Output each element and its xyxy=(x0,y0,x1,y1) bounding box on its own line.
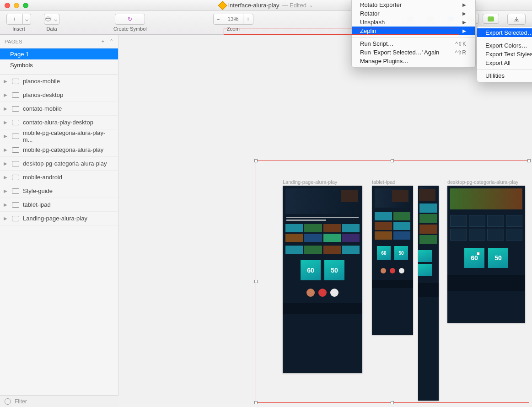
data-button[interactable] xyxy=(44,14,52,25)
disclosure-triangle-icon[interactable]: ▶ xyxy=(4,202,8,207)
symbol-icon: ↻ xyxy=(128,16,132,22)
left-sidebar: PAGES + ⌃ Page 1 Symbols ▶planos-mobile▶… xyxy=(0,35,118,407)
disclosure-triangle-icon[interactable]: ▶ xyxy=(4,175,8,180)
artboard-icon xyxy=(12,175,19,180)
pages-title: PAGES xyxy=(5,39,22,44)
plugins-menu: Rotato Exporter▶Rotator▶Unsplash▶ Zeplin… xyxy=(351,0,476,68)
layers-panel: ▶planos-mobile▶planos-desktop▶contato-mo… xyxy=(0,75,118,407)
create-symbol-button[interactable]: ↻ xyxy=(115,14,145,25)
pages-header: PAGES + ⌃ xyxy=(0,35,118,48)
zoom-value[interactable]: 13% xyxy=(223,14,243,25)
menu-item-export-selected[interactable]: Export Selected… ^⌘E xyxy=(477,28,532,37)
selection-handle-ml[interactable] xyxy=(254,280,258,283)
insert-button[interactable]: + xyxy=(6,14,23,25)
submenu-arrow-icon: ▶ xyxy=(462,28,466,33)
menu-item[interactable]: Export Colors… xyxy=(477,41,532,50)
shortcut-label: ^⇧K xyxy=(455,41,466,47)
artboard-landing[interactable]: 60 50 xyxy=(283,186,362,373)
disclosure-triangle-icon[interactable]: ▶ xyxy=(4,161,8,166)
sketch-file-icon xyxy=(218,1,227,10)
artboard-icon xyxy=(12,188,19,194)
artboard-icon xyxy=(12,134,19,139)
selection-handle-tl[interactable] xyxy=(254,159,258,162)
artboard-mobile[interactable] xyxy=(418,186,439,401)
menu-separator xyxy=(477,39,532,39)
filter-placeholder[interactable]: Filter xyxy=(15,398,27,405)
artboard-icon xyxy=(12,120,19,125)
artboard-label-2[interactable]: tablet-ipad xyxy=(372,179,395,185)
selection-handle-tc[interactable] xyxy=(391,159,394,162)
menu-item[interactable]: Export All▶ xyxy=(477,59,532,67)
zoom-window-button[interactable] xyxy=(23,3,28,8)
zoom-out-button[interactable]: − xyxy=(213,14,223,25)
disclosure-triangle-icon[interactable]: ▶ xyxy=(4,188,8,193)
layer-item[interactable]: ▶mobile-android xyxy=(0,171,118,184)
artboard-desktop-categoria[interactable]: 60 50 xyxy=(447,186,525,323)
artboard-tablet[interactable]: 60 50 xyxy=(372,186,413,335)
layer-label: tablet-ipad xyxy=(23,201,51,208)
layer-item[interactable]: ▶mobile-pg-categoria-alura-play xyxy=(0,143,118,157)
layer-item[interactable]: ▶planos-desktop xyxy=(0,88,118,102)
layer-item[interactable]: ▶tablet-ipad xyxy=(0,198,118,212)
disclosure-triangle-icon[interactable]: ▶ xyxy=(4,216,8,221)
create-symbol-label: Create Symbol xyxy=(113,26,147,32)
filter-scope-icon[interactable] xyxy=(5,398,11,405)
menu-item[interactable]: Run Script…^⇧K xyxy=(352,39,475,48)
menu-item-utilities[interactable]: Utilities ▶ xyxy=(477,71,532,80)
artboard-label-1[interactable]: Landing-page-alura-play xyxy=(283,179,337,185)
menu-separator xyxy=(352,37,475,37)
disclosure-triangle-icon[interactable]: ▶ xyxy=(4,134,8,139)
canvas[interactable]: Landing-page-alura-play tablet-ipad desk… xyxy=(118,35,532,407)
layer-label: contato-alura-play-desktop xyxy=(23,119,93,126)
layer-item[interactable]: ▶Landing-page-alura-play xyxy=(0,212,118,225)
disclosure-triangle-icon[interactable]: ▶ xyxy=(4,79,8,84)
selection-handle-mr[interactable] xyxy=(477,252,480,255)
chevron-down-icon: ⌄ xyxy=(309,3,313,8)
filter-bar: Filter xyxy=(0,395,118,407)
artboard-label-4[interactable]: desktop-pg-categoria-alura-play xyxy=(447,179,518,185)
disclosure-triangle-icon[interactable]: ▶ xyxy=(4,92,8,97)
menu-item-zeplin[interactable]: Zeplin ▶ xyxy=(352,27,475,35)
menu-item[interactable]: Rotator▶ xyxy=(352,9,475,18)
add-page-button[interactable]: + xyxy=(102,38,105,44)
layer-label: desktop-pg-categoria-alura-play xyxy=(23,160,107,167)
disclosure-triangle-icon[interactable]: ▶ xyxy=(4,147,8,152)
layer-item[interactable]: ▶planos-mobile xyxy=(0,75,118,88)
selection-handle-bc[interactable] xyxy=(391,401,394,404)
layer-item[interactable]: ▶contato-mobile xyxy=(0,102,118,116)
page-item-page1[interactable]: Page 1 xyxy=(0,48,118,59)
menu-item[interactable]: Manage Plugins… xyxy=(352,57,475,65)
selection-handle-bl[interactable] xyxy=(254,401,258,404)
zeplin-submenu: Export Selected… ^⌘E Export Colors…Expor… xyxy=(477,26,532,82)
close-window-button[interactable] xyxy=(5,3,10,8)
layer-item[interactable]: ▶contato-alura-play-desktop xyxy=(0,116,118,129)
submenu-arrow-icon: ▶ xyxy=(462,2,466,7)
artboard-icon xyxy=(12,92,19,98)
flatten-button[interactable] xyxy=(507,14,526,25)
collapse-pages-button[interactable]: ⌃ xyxy=(109,38,113,44)
menu-item[interactable]: Run 'Export Selected…' Again^⇧R xyxy=(352,48,475,57)
layer-item[interactable]: ▶mobile-pg-categoria-alura-play-m... xyxy=(0,129,118,143)
zoom-label: Zoom xyxy=(227,26,240,32)
plan-price-1: 60 xyxy=(307,267,314,274)
insert-label: Insert xyxy=(12,26,25,32)
disclosure-triangle-icon[interactable]: ▶ xyxy=(4,120,8,125)
layer-item[interactable]: ▶desktop-pg-categoria-alura-play xyxy=(0,157,118,171)
menu-item[interactable]: Export Text Styles… xyxy=(477,50,532,59)
layer-label: contato-mobile xyxy=(23,105,62,112)
page-item-symbols[interactable]: Symbols xyxy=(0,59,118,70)
layer-item[interactable]: ▶Style-guide xyxy=(0,184,118,198)
toolbar-color-5[interactable] xyxy=(483,14,499,24)
minimize-window-button[interactable] xyxy=(14,3,19,8)
artboard-icon xyxy=(12,147,19,153)
document-title[interactable]: interface-alura-play — Edited ⌄ xyxy=(219,2,313,9)
zoom-in-button[interactable]: + xyxy=(243,14,253,25)
menu-item[interactable]: Unsplash▶ xyxy=(352,18,475,27)
selection-handle-tr[interactable] xyxy=(527,159,531,162)
data-dropdown[interactable]: ⌵ xyxy=(52,14,59,25)
insert-dropdown[interactable]: ⌵ xyxy=(23,14,31,25)
layer-label: planos-desktop xyxy=(23,91,63,98)
menu-item[interactable]: Rotato Exporter▶ xyxy=(352,0,475,9)
disclosure-triangle-icon[interactable]: ▶ xyxy=(4,106,8,111)
artboard-icon xyxy=(12,216,19,221)
